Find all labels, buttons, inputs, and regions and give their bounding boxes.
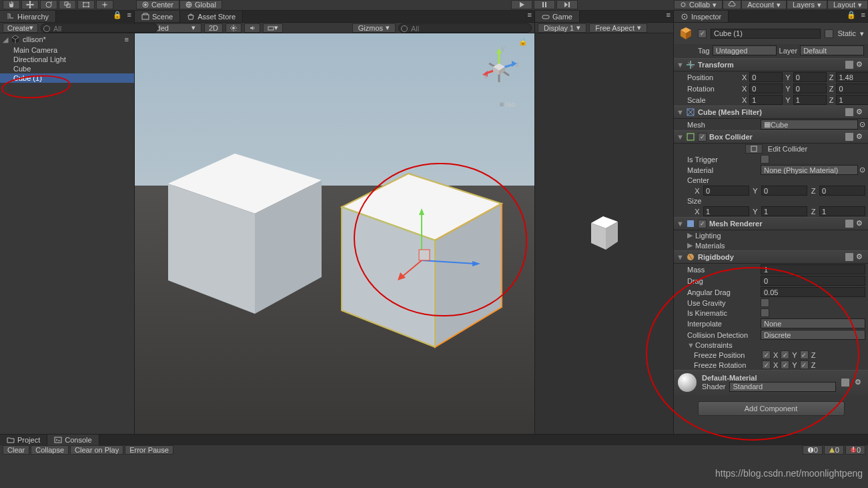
game-options-icon[interactable]: ≡	[664, 11, 673, 22]
tab-scene[interactable]: Scene	[135, 11, 180, 22]
mass-input[interactable]	[761, 264, 865, 274]
inspector-lock-icon[interactable]: 🔒	[844, 11, 859, 22]
collab-dropdown[interactable]: Collab▾	[674, 0, 723, 9]
layout-dropdown[interactable]: Layout▾	[827, 0, 868, 9]
material-header[interactable]: Default-Material ShaderStandard ⚙	[674, 370, 868, 395]
hierarchy-item-main-camera[interactable]: Main Camera	[0, 45, 134, 55]
warn-count[interactable]: 0	[824, 445, 844, 455]
rotation-z-input[interactable]	[836, 83, 868, 93]
gear-icon[interactable]: ⚙	[856, 60, 865, 69]
tag-dropdown[interactable]: Untagged	[713, 45, 777, 55]
gear-icon[interactable]: ⚙	[856, 252, 865, 262]
rotation-x-input[interactable]	[749, 83, 783, 93]
physmaterial-field[interactable]: None (Physic Material)	[761, 165, 858, 175]
gizmos-dropdown[interactable]: Gizmos ▾	[352, 23, 396, 33]
rotation-y-input[interactable]	[793, 83, 827, 93]
hierarchy-item-cube-1[interactable]: Cube (1)	[0, 73, 134, 83]
audio-toggle[interactable]	[244, 23, 260, 33]
object-picker-icon[interactable]: ⊙	[859, 120, 865, 129]
local-global-toggle[interactable]: Global	[179, 0, 222, 9]
tab-project[interactable]: Project	[0, 435, 47, 445]
cloud-button[interactable]	[723, 0, 741, 9]
freezepos-z-checkbox[interactable]	[800, 350, 809, 359]
gear-icon[interactable]: ⚙	[856, 219, 865, 228]
collision-dropdown[interactable]: Discrete	[761, 330, 865, 340]
component-boxcollider-header[interactable]: ▼ Box Collider ⚙	[674, 130, 868, 144]
errorpause-button[interactable]: Error Pause	[125, 445, 173, 455]
gameobject-active-checkbox[interactable]	[698, 29, 707, 38]
fx-toggle[interactable]: ▾	[263, 23, 283, 33]
freezerot-z-checkbox[interactable]	[800, 360, 809, 369]
object-picker-icon[interactable]: ⊙	[859, 166, 865, 174]
collapse-button[interactable]: Collapse	[31, 445, 69, 455]
position-x-input[interactable]	[749, 72, 783, 82]
account-dropdown[interactable]: Account▾	[741, 0, 787, 9]
freezepos-y-checkbox[interactable]	[781, 350, 789, 359]
boxcollider-enabled-checkbox[interactable]	[698, 133, 707, 142]
help-icon[interactable]	[845, 253, 853, 261]
2d-toggle[interactable]: 2D	[204, 23, 223, 33]
lighting-foldout[interactable]: Lighting	[695, 232, 721, 240]
center-y-input[interactable]	[761, 186, 807, 196]
scene-options-icon[interactable]: ≡	[525, 11, 534, 22]
center-z-input[interactable]	[819, 186, 865, 196]
scene-search-input[interactable]	[408, 24, 506, 34]
shader-dropdown[interactable]: Standard	[729, 382, 836, 392]
tab-game[interactable]: Game	[535, 11, 580, 22]
clear-button[interactable]: Clear	[3, 445, 29, 455]
info-count[interactable]: i 0	[803, 445, 823, 455]
tab-hierarchy[interactable]: Hierarchy	[0, 11, 56, 22]
pause-button[interactable]	[534, 0, 555, 9]
tab-asset-store[interactable]: Asset Store	[180, 11, 243, 22]
hierarchy-lock-icon[interactable]: 🔒	[110, 11, 125, 22]
rect-tool[interactable]	[77, 0, 95, 9]
interpolate-dropdown[interactable]: None	[761, 318, 865, 328]
size-y-input[interactable]	[761, 206, 807, 216]
component-meshrenderer-header[interactable]: ▼ Mesh Renderer ⚙	[674, 217, 868, 230]
create-dropdown[interactable]: Create ▾	[3, 23, 38, 33]
rotate-tool[interactable]	[40, 0, 57, 9]
move-tool[interactable]	[21, 0, 39, 9]
help-icon[interactable]	[845, 133, 853, 141]
scene-options-icon[interactable]: ≡	[122, 35, 131, 43]
position-y-input[interactable]	[793, 72, 827, 82]
hierarchy-options-icon[interactable]: ≡	[125, 11, 134, 22]
gear-icon[interactable]: ⚙	[855, 378, 864, 387]
gear-icon[interactable]: ⚙	[856, 107, 865, 117]
freezerot-x-checkbox[interactable]	[762, 360, 771, 369]
tab-console[interactable]: Console	[47, 435, 99, 445]
component-transform-header[interactable]: ▼ Transform ⚙	[674, 58, 868, 71]
layer-dropdown[interactable]: Default	[800, 45, 864, 55]
error-count[interactable]: ! 0	[845, 445, 865, 455]
scene-nav-gizmo[interactable]: y z x	[476, 45, 522, 92]
position-z-input[interactable]	[836, 72, 868, 82]
pivot-center-toggle[interactable]: Center	[136, 0, 179, 9]
component-meshfilter-header[interactable]: ▼ Cube (Mesh Filter) ⚙	[674, 105, 868, 119]
lock-icon[interactable]: 🔒	[518, 37, 528, 46]
scale-x-input[interactable]	[749, 95, 783, 105]
iso-label[interactable]: ≡ Iso	[500, 100, 516, 108]
kinematic-checkbox[interactable]	[761, 308, 769, 317]
freezerot-y-checkbox[interactable]	[781, 360, 789, 369]
component-rigidbody-header[interactable]: ▼ Rigidbody ⚙	[674, 250, 868, 264]
edit-collider-button[interactable]	[745, 144, 763, 154]
mesh-field[interactable]: ▦ Cube	[761, 119, 858, 130]
clearonplay-button[interactable]: Clear on Play	[70, 445, 123, 455]
angdrag-input[interactable]	[761, 287, 865, 297]
scale-tool[interactable]	[59, 0, 76, 9]
scene-viewport[interactable]: y z x 🔒 ≡ Iso	[135, 33, 534, 434]
hierarchy-item-cube[interactable]: Cube	[0, 64, 134, 73]
drag-input[interactable]	[761, 276, 865, 286]
layers-dropdown[interactable]: Layers▾	[787, 0, 827, 9]
tab-inspector[interactable]: Inspector	[674, 11, 729, 22]
aspect-dropdown[interactable]: Free Aspect ▾	[589, 23, 647, 33]
size-x-input[interactable]	[703, 206, 749, 216]
scale-y-input[interactable]	[793, 95, 827, 105]
istrigger-checkbox[interactable]	[761, 155, 769, 164]
gear-icon[interactable]: ⚙	[856, 132, 865, 142]
scale-z-input[interactable]	[836, 95, 868, 105]
help-icon[interactable]	[841, 379, 849, 387]
display-dropdown[interactable]: Display 1 ▾	[538, 23, 586, 33]
step-button[interactable]	[556, 0, 578, 9]
size-z-input[interactable]	[819, 206, 865, 216]
